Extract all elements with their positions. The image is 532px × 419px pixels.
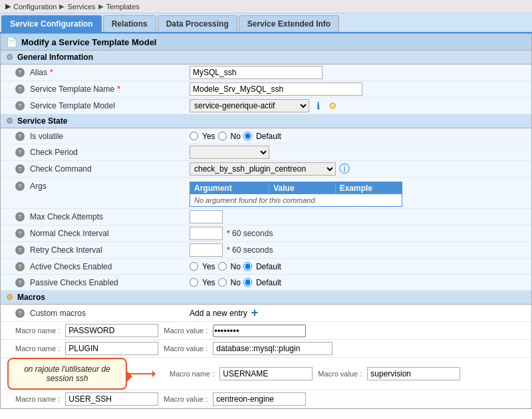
- passive-checks-no-label: No: [231, 278, 241, 287]
- main-header-title: Modify a Service Template Model: [21, 37, 156, 47]
- breadcrumb-config[interactable]: Configuration: [13, 3, 57, 11]
- active-checks-row: ? Active Checks Enabled Yes No Default: [1, 259, 531, 275]
- active-checks-no-radio[interactable]: [218, 262, 227, 271]
- general-info-header: ⚙ General Information: [1, 51, 531, 65]
- check-period-label: ? Check Period: [1, 146, 187, 159]
- breadcrumb-arrow: ▶: [5, 2, 11, 11]
- tab-data-processing[interactable]: Data Processing: [158, 15, 237, 32]
- args-help-icon[interactable]: ?: [15, 182, 25, 191]
- tab-relations[interactable]: Relations: [103, 15, 156, 32]
- is-volatile-row: ? Is volatile Yes No Default: [1, 128, 531, 144]
- macro-value-input-username[interactable]: [367, 367, 460, 380]
- breadcrumb-services[interactable]: Services: [67, 3, 95, 11]
- passive-checks-help-icon[interactable]: ?: [15, 278, 25, 287]
- macro-row-user-ssh: Macro name : Macro value :: [1, 390, 531, 408]
- service-state-title: Service State: [17, 116, 67, 126]
- general-info-title: General Information: [17, 53, 93, 62]
- macro-name-input-password[interactable]: [65, 324, 158, 337]
- template-model-value-container: service-generique-actif ℹ ⚙: [187, 98, 531, 114]
- active-checks-yes-radio[interactable]: [190, 262, 198, 271]
- macro-name-input-username[interactable]: [219, 367, 313, 380]
- breadcrumb-sep-1: ▶: [59, 3, 65, 10]
- custom-macros-help-icon[interactable]: ?: [15, 309, 25, 318]
- args-value: Argument Value Example No argument found…: [187, 180, 531, 208]
- macro-value-label-plugin: Macro value :: [164, 345, 207, 352]
- args-table: Argument Value Example No argument found…: [190, 182, 402, 207]
- template-model-info-icon[interactable]: ℹ: [312, 100, 324, 112]
- retry-check-help-icon[interactable]: ?: [15, 245, 25, 255]
- macro-value-input-user-ssh[interactable]: [213, 392, 306, 406]
- macro-value-input-password[interactable]: [213, 325, 306, 337]
- normal-check-value: * 60 seconds: [187, 225, 531, 241]
- active-checks-default-radio[interactable]: [243, 262, 252, 271]
- normal-check-input[interactable]: [190, 227, 223, 240]
- macro-row-username-container: on rajoute l'utilisateur de session ssh …: [1, 358, 531, 390]
- template-name-required: *: [117, 84, 120, 94]
- volatile-default-radio[interactable]: [243, 132, 252, 140]
- max-check-label: ? Max Check Attempts: [1, 210, 187, 223]
- alias-row: ? Alias *: [1, 65, 531, 81]
- template-name-help-icon[interactable]: ?: [15, 84, 25, 94]
- check-period-help-icon[interactable]: ?: [15, 148, 25, 157]
- template-model-select[interactable]: service-generique-actif: [190, 99, 309, 112]
- active-checks-label: ? Active Checks Enabled: [1, 260, 187, 273]
- retry-check-input[interactable]: [190, 243, 223, 257]
- macro-row-username: Macro name : Macro value :: [155, 365, 531, 382]
- passive-checks-label: ? Passive Checks Enabled: [1, 276, 187, 289]
- active-checks-default-label: Default: [256, 262, 281, 271]
- general-info-section: ? Alias * ? Service Template Name * ?: [1, 65, 531, 114]
- check-command-label: ? Check Command: [1, 162, 187, 176]
- retry-check-label: ? Retry Check Interval: [1, 243, 187, 257]
- check-command-info-icon[interactable]: ⓘ: [338, 163, 350, 175]
- add-entry-icon[interactable]: +: [251, 306, 259, 320]
- macro-name-label-username: Macro name :: [170, 370, 214, 378]
- check-period-select[interactable]: [190, 146, 269, 159]
- macro-name-input-user-ssh[interactable]: [65, 392, 158, 406]
- alias-help-icon[interactable]: ?: [15, 68, 25, 77]
- tab-service-configuration[interactable]: Service Configuration: [1, 15, 102, 32]
- macro-value-label-password: Macro value :: [164, 327, 207, 335]
- passive-checks-default-label: Default: [256, 278, 281, 287]
- volatile-yes-radio[interactable]: [190, 132, 198, 140]
- check-command-help-icon[interactable]: ?: [15, 164, 25, 174]
- is-volatile-label: ? Is volatile: [1, 130, 187, 143]
- normal-check-label: ? Normal Check Interval: [1, 227, 187, 240]
- normal-check-row: ? Normal Check Interval * 60 seconds: [1, 225, 531, 242]
- macros-section: ? Custom macros Add a new entry + Macro …: [1, 305, 531, 408]
- check-command-select[interactable]: check_by_ssh_plugin_centreon: [190, 162, 336, 176]
- args-no-data: No argument found for this command: [190, 194, 402, 206]
- volatile-no-radio[interactable]: [218, 132, 227, 140]
- breadcrumb-templates[interactable]: Templates: [106, 3, 140, 11]
- alias-input[interactable]: [190, 66, 323, 79]
- template-model-row: ? Service Template Model service-generiq…: [1, 98, 531, 114]
- macro-value-label-user-ssh: Macro value :: [164, 395, 207, 403]
- template-model-settings-icon[interactable]: ⚙: [327, 100, 338, 112]
- passive-checks-no-radio[interactable]: [218, 278, 227, 287]
- macro-row-plugin: Macro name : Macro value :: [1, 340, 531, 358]
- active-checks-help-icon[interactable]: ?: [15, 262, 25, 271]
- service-state-header: ⚙ Service State: [1, 114, 531, 128]
- macro-name-input-plugin[interactable]: [65, 342, 158, 355]
- template-name-input[interactable]: [190, 82, 362, 96]
- is-volatile-help-icon[interactable]: ?: [15, 132, 25, 141]
- main-content: 📄 Modify a Service Template Model ⚙ Gene…: [0, 33, 532, 409]
- passive-checks-row: ? Passive Checks Enabled Yes No Default: [1, 275, 531, 291]
- passive-checks-default-radio[interactable]: [243, 278, 252, 287]
- check-command-value: check_by_ssh_plugin_centreon ⓘ: [187, 161, 531, 177]
- template-name-label: ? Service Template Name *: [1, 82, 187, 96]
- macro-name-label-password: Macro name :: [15, 327, 60, 335]
- macro-value-input-plugin[interactable]: [213, 342, 332, 355]
- volatile-default-label: Default: [256, 132, 281, 141]
- template-model-help-icon[interactable]: ?: [15, 101, 25, 110]
- max-check-row: ? Max Check Attempts: [1, 209, 531, 225]
- args-row: ? Args Argument Value Example No argumen…: [1, 178, 531, 209]
- passive-checks-yes-radio[interactable]: [190, 278, 198, 287]
- retry-check-seconds: * 60 seconds: [227, 245, 273, 255]
- tab-service-extended-info[interactable]: Service Extended Info: [239, 15, 339, 32]
- normal-check-help-icon[interactable]: ?: [15, 229, 25, 238]
- service-state-icon: ⚙: [6, 116, 13, 126]
- max-check-help-icon[interactable]: ?: [15, 212, 25, 221]
- max-check-input[interactable]: [190, 210, 223, 223]
- main-section-header: 📄 Modify a Service Template Model: [1, 34, 531, 51]
- args-col-example: Example: [336, 182, 402, 194]
